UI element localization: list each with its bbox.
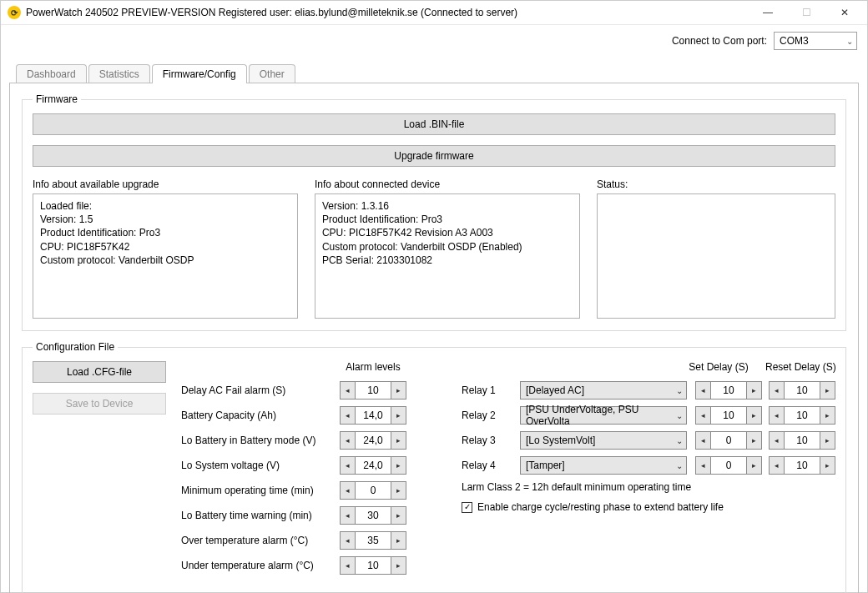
- relay-select-1[interactable]: [Delayed AC] ⌄: [520, 381, 687, 400]
- maximize-button[interactable]: ☐: [787, 1, 825, 24]
- larm-note: Larm Class 2 = 12h default minimum opera…: [462, 478, 835, 498]
- spinner-value: 10: [711, 382, 746, 399]
- spinner-value: 10: [356, 382, 391, 399]
- com-port-row: Connect to Com port: COM3 ⌄: [1, 25, 867, 53]
- param-label: Over temperature alarm (°C): [181, 535, 340, 546]
- spinner-increment-icon[interactable]: ▸: [746, 457, 761, 474]
- spinner-decrement-icon[interactable]: ◂: [696, 382, 711, 399]
- spinner-decrement-icon[interactable]: ◂: [696, 457, 711, 474]
- connected-device-panel: Version: 1.3.16 Product Identification: …: [315, 193, 580, 319]
- spinner-decrement-icon[interactable]: ◂: [696, 407, 711, 424]
- relay-select-2[interactable]: [PSU UnderVoltage, PSU OverVolta ⌄: [520, 406, 687, 425]
- reset-delay-spinner-4[interactable]: ◂ 10 ▸: [769, 456, 835, 475]
- spinner-increment-icon[interactable]: ▸: [391, 482, 406, 499]
- reset-delay-spinner-1[interactable]: ◂ 10 ▸: [769, 381, 835, 400]
- spinner-increment-icon[interactable]: ▸: [391, 407, 406, 424]
- save-to-device-button[interactable]: Save to Device: [33, 393, 166, 415]
- spinner-decrement-icon[interactable]: ◂: [341, 532, 356, 549]
- param-spinner-5[interactable]: ◂ 30 ▸: [340, 506, 406, 525]
- relay-select-4[interactable]: [Tamper] ⌄: [520, 456, 687, 475]
- spinner-decrement-icon[interactable]: ◂: [341, 557, 356, 574]
- spinner-decrement-icon[interactable]: ◂: [341, 482, 356, 499]
- spinner-decrement-icon[interactable]: ◂: [696, 432, 711, 449]
- spinner-decrement-icon[interactable]: ◂: [770, 382, 785, 399]
- available-upgrade-column: Info about available upgrade Loaded file…: [33, 178, 298, 319]
- param-row: Lo Battery time warning (min) ◂ 30 ▸: [181, 503, 447, 528]
- param-row: Over temperature alarm (°C) ◂ 35 ▸: [181, 528, 447, 553]
- spinner-increment-icon[interactable]: ▸: [820, 432, 835, 449]
- config-buttons: Load .CFG-file Save to Device: [33, 361, 166, 415]
- upgrade-firmware-button[interactable]: Upgrade firmware: [33, 145, 835, 167]
- spinner-increment-icon[interactable]: ▸: [391, 507, 406, 524]
- param-row: Lo System voltage (V) ◂ 24,0 ▸: [181, 453, 447, 478]
- spinner-decrement-icon[interactable]: ◂: [341, 407, 356, 424]
- load-cfg-button[interactable]: Load .CFG-file: [33, 361, 166, 383]
- spinner-value: 10: [785, 407, 820, 424]
- spinner-value: 24,0: [356, 457, 391, 474]
- set-delay-spinner-4[interactable]: ◂ 0 ▸: [695, 456, 762, 475]
- param-label: Under temperature alarm (°C): [181, 560, 340, 571]
- spinner-increment-icon[interactable]: ▸: [746, 407, 761, 424]
- spinner-decrement-icon[interactable]: ◂: [770, 457, 785, 474]
- chevron-down-icon: ⌄: [676, 436, 683, 445]
- set-delay-spinner-1[interactable]: ◂ 10 ▸: [695, 381, 762, 400]
- param-label: Delay AC Fail alarm (S): [181, 384, 340, 396]
- spinner-increment-icon[interactable]: ▸: [391, 532, 406, 549]
- firmware-legend: Firmware: [33, 93, 81, 105]
- connected-device-column: Info about connected device Version: 1.3…: [315, 178, 580, 319]
- reset-delay-spinner-3[interactable]: ◂ 10 ▸: [769, 431, 835, 450]
- spinner-value: 10: [785, 382, 820, 399]
- spinner-value: 10: [785, 457, 820, 474]
- set-delay-spinner-3[interactable]: ◂ 0 ▸: [695, 431, 762, 450]
- relay-label: Relay 4: [462, 460, 520, 471]
- spinner-value: 0: [711, 457, 746, 474]
- load-bin-button[interactable]: Load .BIN-file: [33, 113, 835, 135]
- param-spinner-0[interactable]: ◂ 10 ▸: [340, 381, 406, 400]
- spinner-decrement-icon[interactable]: ◂: [770, 407, 785, 424]
- spinner-increment-icon[interactable]: ▸: [391, 557, 406, 574]
- spinner-value: 35: [356, 532, 391, 549]
- tab-other[interactable]: Other: [249, 64, 295, 83]
- param-spinner-2[interactable]: ◂ 24,0 ▸: [340, 431, 406, 450]
- reset-delay-header: Reset Delay (S): [765, 361, 832, 373]
- spinner-decrement-icon[interactable]: ◂: [341, 432, 356, 449]
- param-spinner-4[interactable]: ◂ 0 ▸: [340, 481, 406, 500]
- window-title: PowerWatch 240502 PREVIEW-VERSION Regist…: [26, 7, 749, 18]
- relay-option: [Lo SystemVolt]: [526, 435, 595, 446]
- tab-dashboard[interactable]: Dashboard: [16, 64, 87, 83]
- set-delay-spinner-2[interactable]: ◂ 10 ▸: [695, 406, 762, 425]
- param-spinner-6[interactable]: ◂ 35 ▸: [340, 531, 406, 550]
- spinner-increment-icon[interactable]: ▸: [746, 382, 761, 399]
- relay-label: Relay 2: [462, 410, 520, 421]
- tab-content: Firmware Load .BIN-file Upgrade firmware…: [9, 83, 859, 593]
- relay-row: Relay 3 [Lo SystemVolt] ⌄ ◂ 0 ▸ ◂ 10 ▸: [462, 428, 835, 453]
- minimize-button[interactable]: —: [749, 1, 787, 24]
- tab-firmware-config[interactable]: Firmware/Config: [152, 64, 247, 83]
- param-spinner-3[interactable]: ◂ 24,0 ▸: [340, 456, 406, 475]
- spinner-decrement-icon[interactable]: ◂: [770, 432, 785, 449]
- spinner-increment-icon[interactable]: ▸: [820, 407, 835, 424]
- close-button[interactable]: ✕: [825, 1, 864, 24]
- spinner-increment-icon[interactable]: ▸: [391, 382, 406, 399]
- spinner-increment-icon[interactable]: ▸: [391, 457, 406, 474]
- reset-delay-spinner-2[interactable]: ◂ 10 ▸: [769, 406, 835, 425]
- spinner-decrement-icon[interactable]: ◂: [341, 382, 356, 399]
- alarm-levels-header: Alarm levels: [340, 361, 406, 373]
- charge-cycle-checkbox[interactable]: ✓ Enable charge cycle/resting phase to e…: [462, 501, 835, 513]
- relay-select-3[interactable]: [Lo SystemVolt] ⌄: [520, 431, 687, 450]
- spinner-decrement-icon[interactable]: ◂: [341, 507, 356, 524]
- spinner-value: 10: [711, 407, 746, 424]
- config-legend: Configuration File: [33, 341, 118, 353]
- spinner-decrement-icon[interactable]: ◂: [341, 457, 356, 474]
- param-spinner-1[interactable]: ◂ 14,0 ▸: [340, 406, 406, 425]
- available-upgrade-panel: Loaded file: Version: 1.5 Product Identi…: [33, 193, 298, 319]
- relay-row: Relay 1 [Delayed AC] ⌄ ◂ 10 ▸ ◂ 10 ▸: [462, 378, 835, 403]
- tab-statistics[interactable]: Statistics: [88, 64, 150, 83]
- delay-headers: Set Delay (S) Reset Delay (S): [462, 361, 835, 373]
- param-spinner-7[interactable]: ◂ 10 ▸: [340, 556, 406, 575]
- spinner-increment-icon[interactable]: ▸: [820, 457, 835, 474]
- spinner-increment-icon[interactable]: ▸: [391, 432, 406, 449]
- spinner-increment-icon[interactable]: ▸: [820, 382, 835, 399]
- spinner-increment-icon[interactable]: ▸: [746, 432, 761, 449]
- com-port-select[interactable]: COM3 ⌄: [774, 32, 857, 50]
